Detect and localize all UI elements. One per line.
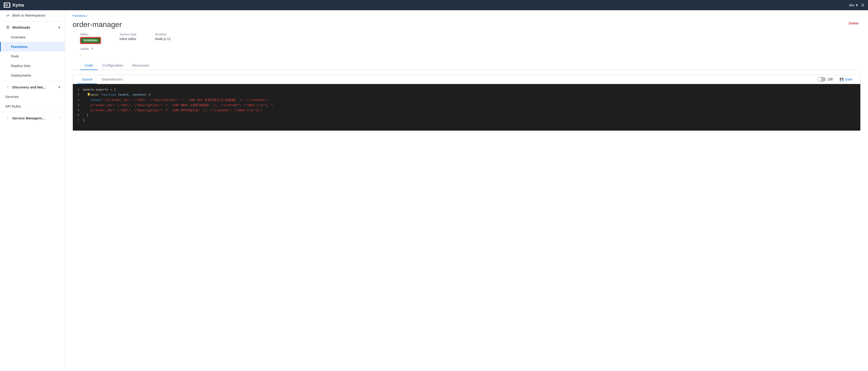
service-managem-chevron-icon: ↑ — [59, 116, 60, 120]
code-line-7: 7 } — [73, 119, 860, 124]
namespaces-icon: ⇄ — [5, 13, 10, 18]
diff-label: Diff — [828, 78, 833, 81]
code-line-6: 6 } — [73, 113, 860, 119]
sidebar-item-discovery[interactable]: ↑ Discovery and Net... ∨ — [0, 82, 65, 92]
sidebar-item-workloads[interactable]: ⚙ Workloads ∨ — [0, 22, 65, 32]
pods-label: Pods — [11, 54, 19, 58]
page-header: order-manager Delete — [65, 18, 868, 29]
tab-resources[interactable]: Resources — [128, 61, 154, 70]
deployments-label: Deployments — [11, 73, 31, 77]
line-num-3: 3 — [73, 98, 83, 101]
sidebar-back-to-namespaces[interactable]: ⇄ Back to Namespaces — [0, 10, 65, 20]
sidebar-item-functions[interactable]: Functions — [0, 42, 65, 52]
breadcrumb-functions-link[interactable]: Functions — [72, 14, 86, 18]
save-label: Save — [845, 78, 852, 81]
line-content-4: {\"order_id\": \"102\", \"description\":… — [83, 103, 860, 107]
sidebar-item-deployments[interactable]: Deployments — [0, 70, 65, 80]
editor-tabs-right: Diff 💾 Save — [817, 76, 856, 83]
line-content-3: return "[{\"order_id\": \"101\", \"descr… — [83, 98, 860, 102]
sidebar-divider-3 — [0, 112, 65, 112]
nav-right: dev ▼ ☰ — [849, 3, 864, 7]
top-navigation: Kyma dev ▼ ☰ — [0, 0, 868, 10]
breadcrumb: Functions / — [65, 10, 868, 18]
functions-label: Functions — [11, 45, 28, 49]
nav-left: Kyma — [4, 3, 24, 8]
labels-value-row: - — [80, 53, 853, 57]
line-num-6: 6 — [73, 113, 83, 117]
page-title: order-manager — [72, 20, 122, 29]
replica-sets-label: Replica Sets — [11, 64, 30, 68]
editor-tab-source[interactable]: Source — [78, 75, 97, 84]
line-content-2: 💡main: function (event, context) { — [83, 93, 860, 96]
sidebar-divider-2 — [0, 81, 65, 81]
code-line-1: 1 module.exports = { — [73, 88, 860, 93]
diff-toggle-switch[interactable] — [817, 77, 826, 82]
line-num-2: 2 — [73, 93, 83, 96]
discovery-chevron-icon: ∨ — [58, 85, 60, 89]
discovery-label: Discovery and Net... — [12, 85, 45, 89]
sidebar-item-overview[interactable]: Overview — [0, 32, 65, 42]
discovery-icon: ↑ — [5, 85, 10, 89]
main-tabs: Code Configuration Resources — [72, 61, 861, 70]
code-line-3: 3 return "[{\"order_id\": \"101\", \"des… — [73, 98, 860, 103]
menu-icon[interactable]: ☰ — [861, 3, 864, 7]
labels-row: Labels ✎ — [80, 47, 853, 51]
app-title: Kyma — [12, 3, 24, 8]
runtime-value: Node.js 12 — [155, 37, 170, 41]
editor-tabs-left: Source Dependencies — [78, 75, 127, 84]
line-content-6: } — [83, 113, 860, 117]
status-badge: RUNNING — [81, 38, 100, 43]
code-line-4: 4 {\"order_id\": \"102\", \"description\… — [73, 103, 860, 108]
content-inner: Status RUNNING Source Type Inline editor… — [65, 29, 868, 138]
breadcrumb-separator: / — [87, 14, 88, 18]
source-type-label: Source Type — [120, 33, 136, 36]
editor-tab-dependencies[interactable]: Dependencies — [97, 75, 127, 84]
workloads-chevron-icon: ∨ — [58, 26, 60, 29]
sidebar-item-service-managem[interactable]: ↑ Service Managem... ↑ — [0, 113, 65, 123]
sidebar-item-replica-sets[interactable]: Replica Sets — [0, 61, 65, 70]
tab-code[interactable]: Code — [80, 61, 98, 70]
service-managem-icon: ↑ — [5, 116, 10, 120]
runtime-label: Runtime — [155, 33, 170, 36]
service-managem-label: Service Managem... — [12, 116, 45, 120]
line-num-1: 1 — [73, 88, 83, 91]
sidebar: ⇄ Back to Namespaces ⚙ Workloads ∨ Overv… — [0, 10, 65, 371]
tab-configuration[interactable]: Configuration — [98, 61, 128, 70]
editor-tabs-bar: Source Dependencies Diff 💾 Save — [73, 75, 860, 84]
status-badge-wrapper: RUNNING — [80, 37, 101, 44]
info-section: Status RUNNING Source Type Inline editor… — [72, 29, 861, 61]
sidebar-back-label: Back to Namespaces — [12, 13, 45, 17]
code-line-2: 2 💡main: function (event, context) { — [73, 93, 860, 98]
line-content-7: } — [83, 119, 860, 122]
workloads-icon: ⚙ — [5, 25, 10, 30]
line-num-4: 4 — [73, 103, 83, 106]
source-type-value: Inline editor — [120, 37, 136, 41]
labels-edit-icon[interactable]: ✎ — [91, 47, 94, 51]
diff-toggle[interactable]: Diff — [817, 77, 833, 82]
labels-value: - — [80, 53, 81, 57]
code-editor[interactable]: 1 module.exports = { 2 💡main: function (… — [73, 84, 860, 130]
line-num-5: 5 — [73, 108, 83, 112]
info-row-status: Status RUNNING Source Type Inline editor… — [80, 33, 853, 44]
sidebar-item-api-rules[interactable]: API Rules — [0, 101, 65, 111]
source-type-field: Source Type Inline editor — [120, 33, 136, 44]
save-button[interactable]: 💾 Save — [836, 76, 856, 83]
environment-selector[interactable]: dev ▼ — [849, 3, 859, 7]
sidebar-item-services[interactable]: Services — [0, 92, 65, 101]
services-label: Services — [5, 95, 19, 99]
line-content-5: {\"order_id\": \"103\", \"description\":… — [83, 108, 860, 113]
overview-label: Overview — [11, 35, 26, 39]
chevron-down-icon: ▼ — [855, 3, 859, 7]
sidebar-item-pods[interactable]: Pods — [0, 52, 65, 61]
delete-button[interactable]: Delete — [847, 20, 861, 26]
api-rules-label: API Rules — [5, 104, 21, 108]
save-icon: 💾 — [840, 78, 844, 81]
environment-label: dev — [849, 3, 855, 7]
code-line-5: 5 {\"order_id\": \"103\", \"description\… — [73, 108, 860, 113]
kyma-logo-icon — [4, 3, 10, 8]
runtime-field: Runtime Node.js 12 — [155, 33, 170, 44]
line-num-7: 7 — [73, 119, 83, 122]
status-label: Status — [80, 33, 101, 36]
workloads-label: Workloads — [12, 25, 30, 29]
editor-section: Source Dependencies Diff 💾 Save — [72, 75, 861, 131]
